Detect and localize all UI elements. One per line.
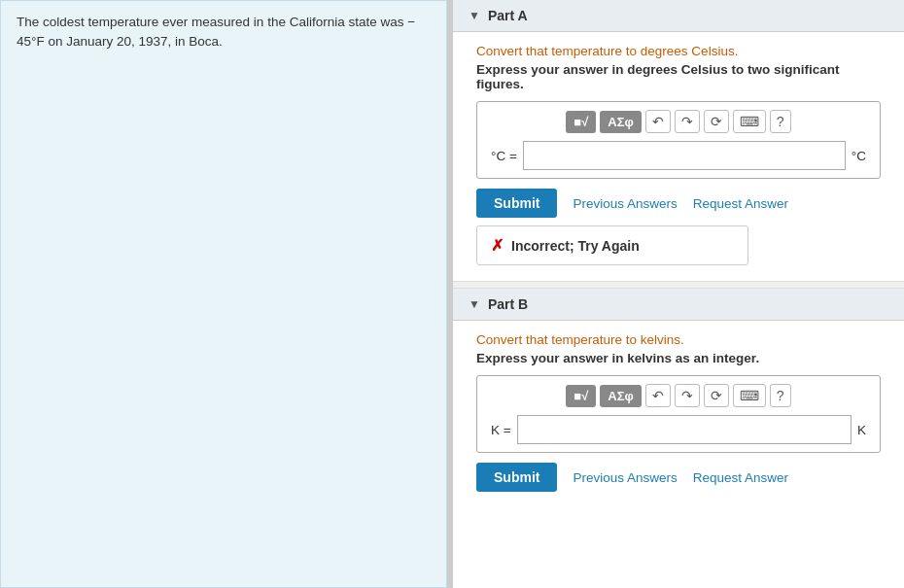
part-b-input-label: K = — [491, 423, 511, 437]
part-a-instruction: Convert that temperature to degrees Cels… — [476, 44, 881, 58]
part-a-collapse-arrow[interactable]: ▼ — [469, 9, 480, 22]
part-a-matrix-btn[interactable]: ■√ — [566, 111, 596, 133]
part-a-submit-btn[interactable]: Submit — [476, 189, 557, 218]
part-separator — [453, 281, 904, 289]
part-a-label: Part A — [488, 8, 528, 23]
part-a-request-answer-link[interactable]: Request Answer — [693, 196, 788, 211]
part-a-input-unit: °C — [852, 149, 866, 163]
part-b-instruction: Convert that temperature to kelvins. — [476, 332, 881, 347]
left-panel: The coldest temperature ever measured in… — [0, 0, 447, 588]
part-b-undo-btn[interactable]: ↶ — [645, 384, 671, 407]
part-b-keyboard-btn[interactable]: ⌨ — [733, 384, 766, 407]
part-b-help-btn[interactable]: ? — [770, 384, 791, 407]
problem-text: The coldest temperature ever measured in… — [17, 15, 415, 49]
part-a-math-box: ■√ AΣφ ↶ ↷ ⟳ ⌨ ? °C = °C — [476, 101, 881, 179]
incorrect-x-icon: ✗ — [491, 236, 504, 255]
part-b-input-row: K = K — [487, 415, 870, 444]
part-b-refresh-btn[interactable]: ⟳ — [704, 384, 729, 407]
part-a-header[interactable]: ▼ Part A — [453, 0, 904, 32]
part-a-section: ▼ Part A Convert that temperature to deg… — [453, 0, 904, 281]
part-b-collapse-arrow[interactable]: ▼ — [469, 297, 480, 311]
part-a-previous-answers-link[interactable]: Previous Answers — [573, 196, 677, 211]
incorrect-text: Incorrect; Try Again — [511, 238, 640, 254]
right-panel: ▼ Part A Convert that temperature to deg… — [453, 0, 904, 588]
part-a-submit-row: Submit Previous Answers Request Answer — [476, 189, 881, 218]
part-a-input-label: °C = — [491, 149, 517, 163]
part-b-submit-row: Submit Previous Answers Request Answer — [476, 463, 881, 492]
part-b-redo-btn[interactable]: ↷ — [675, 384, 700, 407]
part-a-bold: Express your answer in degrees Celsius t… — [476, 62, 881, 91]
part-b-body: Convert that temperature to kelvins. Exp… — [453, 321, 904, 515]
part-b-bold: Express your answer in kelvins as an int… — [476, 351, 881, 365]
part-a-input-row: °C = °C — [487, 141, 870, 170]
part-b-label: Part B — [488, 296, 528, 312]
part-a-help-btn[interactable]: ? — [770, 110, 791, 133]
part-a-body: Convert that temperature to degrees Cels… — [453, 32, 904, 281]
part-a-toolbar: ■√ AΣφ ↶ ↷ ⟳ ⌨ ? — [487, 110, 870, 133]
part-b-header[interactable]: ▼ Part B — [453, 289, 904, 321]
part-a-redo-btn[interactable]: ↷ — [675, 110, 700, 133]
part-b-submit-btn[interactable]: Submit — [476, 463, 557, 492]
part-b-answer-input[interactable] — [517, 415, 852, 444]
part-b-previous-answers-link[interactable]: Previous Answers — [573, 470, 677, 485]
part-a-undo-btn[interactable]: ↶ — [645, 110, 671, 133]
part-b-math-box: ■√ AΣφ ↶ ↷ ⟳ ⌨ ? K = K — [476, 375, 881, 453]
part-b-matrix-btn[interactable]: ■√ — [566, 385, 596, 407]
part-b-symbol-btn[interactable]: AΣφ — [600, 385, 642, 407]
part-a-answer-input[interactable] — [523, 141, 846, 170]
part-b-toolbar: ■√ AΣφ ↶ ↷ ⟳ ⌨ ? — [487, 384, 870, 407]
part-b-input-unit: K — [857, 423, 866, 437]
part-b-request-answer-link[interactable]: Request Answer — [693, 470, 788, 485]
part-a-symbol-btn[interactable]: AΣφ — [600, 111, 642, 133]
part-b-section: ▼ Part B Convert that temperature to kel… — [453, 289, 904, 515]
part-a-keyboard-btn[interactable]: ⌨ — [733, 110, 766, 133]
part-a-refresh-btn[interactable]: ⟳ — [704, 110, 729, 133]
part-a-incorrect-box: ✗ Incorrect; Try Again — [476, 225, 748, 265]
